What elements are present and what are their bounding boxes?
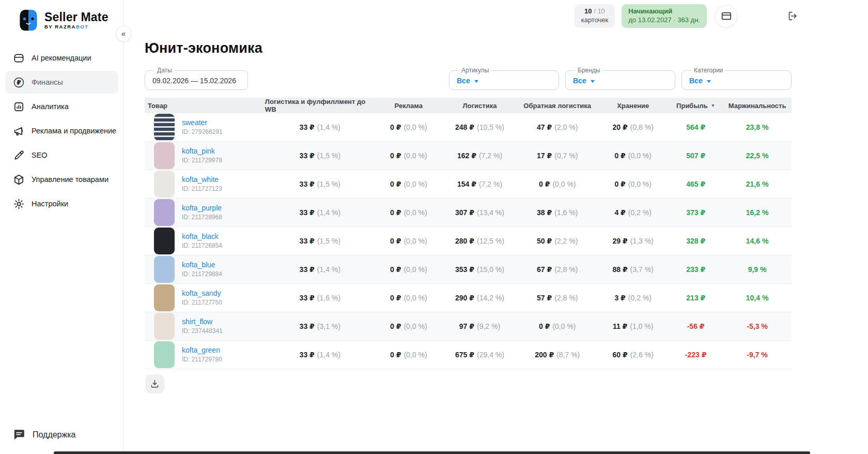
robot-face-logo-icon: [18, 8, 39, 32]
col-header-return-logistics[interactable]: Обратная логистика: [517, 102, 597, 110]
logistics-cell: 280 ₽(12,5 %): [442, 227, 517, 255]
ads-cell: 0 ₽(0,0 %): [375, 312, 442, 340]
col-header-logistics-wb[interactable]: Логистика и фулфиллмент до WB: [265, 98, 375, 113]
brands-filter-label: Бренды: [575, 67, 602, 74]
margin-value: 21,6 %: [746, 180, 769, 188]
sidebar-item-label: Реклама и продвижение: [32, 127, 116, 135]
product-id: ID: 279266291: [182, 128, 223, 137]
topbar: 10 / 10 карточек Начинающий до 13.02.202…: [124, 0, 868, 32]
logistics-wb-cell: 33 ₽(1,4 %): [265, 113, 375, 141]
return-logistics-cell: 0 ₽(0,0 %): [517, 170, 597, 198]
brand-byline: BY RAZRABOT: [44, 24, 109, 29]
logout-button[interactable]: [787, 10, 798, 22]
ai-recommendations-icon: [13, 52, 25, 64]
product-link[interactable]: kofta_green: [182, 345, 222, 355]
col-header-ads[interactable]: Реклама: [375, 102, 442, 110]
page-title: Юнит-экономика: [145, 40, 792, 56]
categories-filter-value[interactable]: Все: [689, 77, 784, 85]
logistics-wb-cell: 33 ₽(1,5 %): [265, 170, 375, 198]
sidebar-collapse-button[interactable]: «: [116, 26, 131, 41]
product-image[interactable]: [154, 284, 175, 311]
product-link[interactable]: kofta_black: [182, 231, 222, 241]
return-logistics-cell: 67 ₽(2,8 %): [517, 255, 597, 283]
sidebar-item-ads-promotion[interactable]: Реклама и продвижение: [5, 119, 118, 142]
chevron-down-icon: [474, 80, 478, 83]
sidebar-item-analytics[interactable]: Аналитика: [5, 95, 118, 118]
col-header-logistics[interactable]: Логистика: [442, 102, 517, 110]
table-row: kofta_green ID: 211729780 33 ₽(1,4 %) 0 …: [145, 341, 792, 369]
ads-cell: 0 ₽(0,0 %): [375, 284, 442, 312]
product-link[interactable]: kofta_pink: [182, 146, 222, 156]
product-link[interactable]: kofta_blue: [182, 260, 222, 270]
product-image[interactable]: [154, 256, 175, 283]
sidebar-item-label: Финансы: [32, 78, 63, 86]
col-header-product[interactable]: Товар: [145, 102, 265, 110]
table-header-row: Товар Логистика и фулфиллмент до WB Рекл…: [145, 98, 792, 113]
articles-filter[interactable]: Артикулы Все: [449, 67, 559, 90]
col-header-profit[interactable]: Прибыль▼: [669, 102, 723, 110]
chevron-down-icon: [707, 80, 711, 83]
export-download-button[interactable]: [145, 374, 164, 394]
sort-desc-icon: ▼: [711, 103, 715, 108]
date-range-filter[interactable]: Даты 09.02.2026 — 15.02.2026: [145, 67, 248, 90]
product-cell: kofta_blue ID: 211729884: [145, 255, 265, 283]
ads-cell: 0 ₽(0,0 %): [375, 142, 442, 170]
articles-filter-value[interactable]: Все: [457, 77, 551, 85]
product-link[interactable]: sweater: [182, 117, 223, 128]
sidebar-item-seo[interactable]: SEO: [5, 144, 118, 167]
app-window: Seller Mate BY RAZRABOT AI рекомендации …: [0, 0, 868, 454]
sidebar-item-finances[interactable]: ₽ Финансы: [5, 71, 118, 94]
product-image[interactable]: [154, 228, 175, 254]
ads-cell: 0 ₽(0,0 %): [375, 255, 442, 283]
product-image[interactable]: [154, 313, 175, 340]
logistics-wb-cell: 33 ₽(1,5 %): [265, 142, 375, 170]
col-header-margin[interactable]: Маржинальность: [723, 102, 792, 110]
sidebar: Seller Mate BY RAZRABOT AI рекомендации …: [0, 0, 124, 454]
logistics-cell: 154 ₽(7,2 %): [442, 170, 517, 198]
profit-value: -223 ₽: [685, 351, 707, 359]
product-link[interactable]: kofta_white: [182, 174, 222, 185]
date-filter-label: Даты: [154, 67, 175, 74]
brands-filter-value[interactable]: Все: [573, 77, 668, 85]
logistics-cell: 97 ₽(9,2 %): [442, 312, 517, 340]
product-image[interactable]: [154, 199, 175, 226]
support-button[interactable]: Поддержка: [12, 428, 75, 442]
product-image[interactable]: [154, 171, 175, 198]
product-id: ID: 211729780: [182, 355, 222, 364]
product-link[interactable]: kofta_sandy: [182, 288, 222, 298]
product-image[interactable]: [154, 142, 175, 169]
sidebar-item-settings[interactable]: Настройки: [5, 192, 118, 215]
col-header-storage[interactable]: Хранение: [597, 102, 669, 110]
table-footer: [145, 369, 792, 394]
pencil-icon: [13, 149, 25, 161]
chevron-down-icon: [591, 80, 595, 83]
product-image[interactable]: [154, 341, 175, 368]
product-link[interactable]: kofta_purple: [182, 203, 222, 213]
margin-value: 14,6 %: [746, 237, 769, 245]
table-row: shirt_flow ID: 237448341 33 ₽(3,1 %) 0 ₽…: [145, 312, 792, 341]
plan-expiry: до 13.02.2027 · 363 дн.: [628, 16, 700, 25]
logistics-wb-cell: 33 ₽(1,6 %): [265, 284, 375, 312]
page-content: Юнит-экономика Даты 09.02.2026 — 15.02.2…: [124, 32, 792, 394]
logistics-cell: 353 ₽(15,0 %): [442, 255, 517, 283]
cards-current: 10: [584, 7, 592, 15]
table-row: kofta_white ID: 211727123 33 ₽(1,5 %) 0 …: [145, 170, 792, 199]
date-range-value[interactable]: 09.02.2026 — 15.02.2026: [152, 77, 240, 85]
sidebar-item-ai-recommendations[interactable]: AI рекомендации: [5, 47, 118, 69]
filter-bar: Даты 09.02.2026 — 15.02.2026 Артикулы Вс…: [145, 67, 792, 90]
storage-cell: 3 ₽(0,2 %): [597, 284, 669, 312]
table-row: kofta_sandy ID: 211727750 33 ₽(1,6 %) 0 …: [145, 284, 792, 312]
categories-filter[interactable]: Категории Все: [681, 67, 792, 90]
sidebar-item-product-management[interactable]: Управление товарами: [5, 168, 118, 191]
logistics-cell: 248 ₽(10,5 %): [442, 113, 517, 141]
return-logistics-cell: 57 ₽(2,8 %): [517, 284, 597, 312]
brands-filter[interactable]: Бренды Все: [565, 67, 675, 90]
product-cell: sweater ID: 279266291: [145, 113, 265, 141]
finance-ruble-icon: ₽: [13, 77, 25, 88]
product-link[interactable]: shirt_flow: [182, 316, 223, 327]
product-image[interactable]: [154, 114, 175, 141]
gear-icon: [13, 198, 25, 210]
sidebar-item-label: Управление товарами: [32, 175, 109, 184]
ads-cell: 0 ₽(0,0 %): [375, 113, 442, 141]
billing-button[interactable]: [715, 5, 737, 27]
